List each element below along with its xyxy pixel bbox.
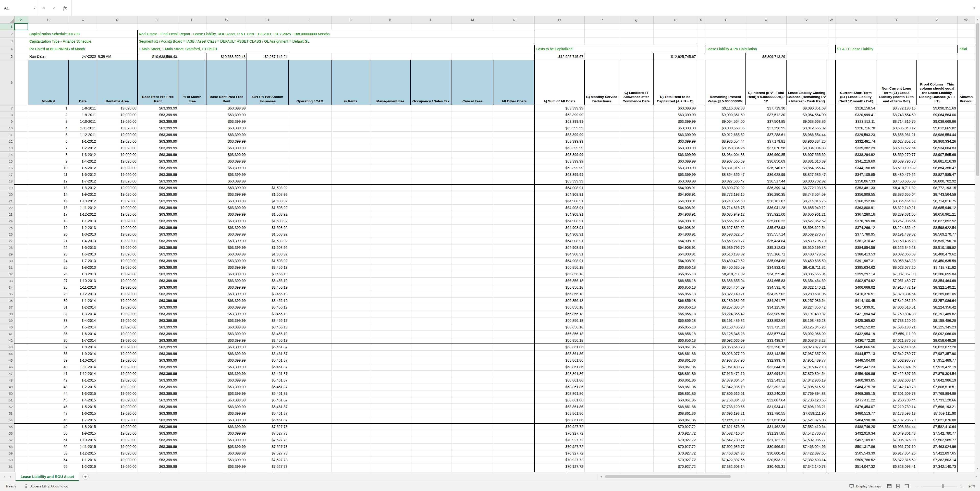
cell-A58[interactable] bbox=[14, 443, 28, 450]
cell-I27[interactable] bbox=[289, 238, 331, 244]
cell-O15[interactable]: $63,399.99 bbox=[535, 158, 584, 165]
cell-K7[interactable] bbox=[370, 105, 410, 111]
cell-X42[interactable]: $436,772.20 bbox=[835, 337, 876, 344]
cell-L18[interactable] bbox=[410, 178, 451, 184]
cell-Z1[interactable] bbox=[917, 23, 957, 30]
cell-N46[interactable] bbox=[494, 364, 535, 370]
column-title-E[interactable]: Base Rent Pre Free Rent bbox=[138, 60, 178, 105]
cell-D40[interactable]: 19,020.00 bbox=[97, 324, 138, 331]
cell-Z47[interactable]: $7,879,304.54 bbox=[917, 370, 957, 377]
cell-R37[interactable]: $66,856.18 bbox=[653, 304, 697, 311]
cell-F51[interactable] bbox=[178, 397, 206, 404]
cell-P37[interactable] bbox=[584, 304, 619, 311]
cell-O17[interactable]: $63,399.99 bbox=[535, 171, 584, 178]
cell-J21[interactable] bbox=[331, 198, 370, 204]
cell-B37[interactable]: 31 bbox=[28, 304, 68, 311]
cell-Z50[interactable]: $7,769,894.88 bbox=[917, 390, 957, 397]
cell-J58[interactable] bbox=[331, 443, 370, 450]
cell-D16[interactable]: 19,020.00 bbox=[97, 165, 138, 171]
row-header-49[interactable]: 49 bbox=[0, 384, 14, 390]
cell-F59[interactable] bbox=[178, 450, 206, 456]
cell-J48[interactable] bbox=[331, 377, 370, 384]
cell-N49[interactable] bbox=[494, 384, 535, 390]
cell-L48[interactable] bbox=[410, 377, 451, 384]
cell-J22[interactable] bbox=[331, 204, 370, 211]
cell-L9[interactable] bbox=[410, 118, 451, 125]
cell-T34[interactable]: $8,354,464.69 bbox=[705, 284, 746, 291]
cell-Q52[interactable] bbox=[619, 404, 653, 410]
cell-Y16[interactable]: $8,510,199.82 bbox=[876, 165, 917, 171]
cell-L36[interactable] bbox=[410, 297, 451, 304]
cell-R58[interactable]: $70,927.72 bbox=[653, 443, 697, 450]
cell-R22[interactable]: $64,908.91 bbox=[653, 204, 697, 211]
cell-B2[interactable]: Capitalization Schedule 001798 bbox=[28, 30, 138, 38]
row-header-27[interactable]: 27 bbox=[0, 238, 14, 244]
cell-J42[interactable] bbox=[331, 337, 370, 344]
cell-G30[interactable]: $63,399.99 bbox=[206, 257, 247, 264]
cell-K12[interactable] bbox=[370, 138, 410, 145]
cell-Y38[interactable]: $7,769,894.88 bbox=[876, 311, 917, 317]
cell-C48[interactable]: 1-1-2015 bbox=[68, 377, 97, 384]
cell-R54[interactable]: $68,861.86 bbox=[653, 417, 697, 423]
cell-N59[interactable] bbox=[494, 450, 535, 456]
cell-H44[interactable]: $5,461.87 bbox=[247, 350, 289, 357]
cell-A41[interactable] bbox=[14, 331, 28, 337]
cell-F27[interactable] bbox=[178, 238, 206, 244]
cell-Q59[interactable] bbox=[619, 450, 653, 456]
cell-N62[interactable] bbox=[494, 470, 535, 472]
cell-R30[interactable]: $64,908.91 bbox=[653, 257, 697, 264]
cell-S54[interactable] bbox=[697, 417, 705, 423]
row-header-32[interactable]: 32 bbox=[0, 271, 14, 277]
cell-Y44[interactable]: $7,542,780.77 bbox=[876, 350, 917, 357]
cell-D34[interactable]: 19,020.00 bbox=[97, 284, 138, 291]
cell-N22[interactable] bbox=[494, 204, 535, 211]
cell-J27[interactable] bbox=[331, 238, 370, 244]
cell-I44[interactable] bbox=[289, 350, 331, 357]
cell-V1[interactable] bbox=[786, 23, 827, 30]
cell-X24[interactable]: $370,765.88 bbox=[835, 218, 876, 224]
cell-L20[interactable] bbox=[410, 191, 451, 198]
cell-A7[interactable] bbox=[14, 105, 28, 111]
cell-M13[interactable] bbox=[451, 145, 494, 151]
cell-U18[interactable]: $36,517.44 bbox=[746, 178, 786, 184]
cell-I30[interactable] bbox=[289, 257, 331, 264]
cell-F10[interactable] bbox=[178, 125, 206, 132]
cell-X28[interactable]: $384,854.59 bbox=[835, 244, 876, 251]
row-header-61[interactable]: 61 bbox=[0, 463, 14, 470]
cell-O9[interactable]: $63,399.99 bbox=[535, 118, 584, 125]
cell-B29[interactable]: 23 bbox=[28, 251, 68, 257]
cell-A14[interactable] bbox=[14, 151, 28, 158]
cell-A4[interactable] bbox=[14, 45, 28, 53]
cell-M40[interactable] bbox=[451, 324, 494, 331]
cell-M60[interactable] bbox=[451, 456, 494, 463]
row-header-36[interactable]: 36 bbox=[0, 297, 14, 304]
cell-W8[interactable] bbox=[827, 111, 835, 118]
row-header-46[interactable]: 46 bbox=[0, 364, 14, 370]
cell-U14[interactable]: $36,960.85 bbox=[746, 151, 786, 158]
cell-D15[interactable]: 19,020.00 bbox=[97, 158, 138, 165]
cell-V60[interactable]: $7,382,603.14 bbox=[786, 456, 827, 463]
cell-T33[interactable]: $8,386,655.04 bbox=[705, 277, 746, 284]
cell-T9[interactable]: $9,064,564.00 bbox=[705, 118, 746, 125]
name-box[interactable]: A1 ▾ bbox=[0, 0, 38, 16]
cell-T60[interactable]: $7,422,897.65 bbox=[705, 456, 746, 463]
cell-I36[interactable] bbox=[289, 297, 331, 304]
cell-V48[interactable]: $7,842,986.19 bbox=[786, 377, 827, 384]
cell-M37[interactable] bbox=[451, 304, 494, 311]
column-title-W[interactable] bbox=[827, 60, 835, 105]
cell-K19[interactable] bbox=[370, 184, 410, 191]
cell-Q42[interactable] bbox=[619, 337, 653, 344]
cell-X16[interactable]: $344,156.65 bbox=[835, 165, 876, 171]
cell-X26[interactable]: $377,780.95 bbox=[835, 231, 876, 238]
cell-Y25[interactable]: $8,224,356.42 bbox=[876, 224, 917, 231]
cell-R3[interactable] bbox=[653, 38, 697, 45]
cell-R23[interactable]: $64,908.91 bbox=[653, 211, 697, 218]
cell-AA34[interactable] bbox=[957, 284, 975, 291]
cell-B49[interactable]: 43 bbox=[28, 384, 68, 390]
cell-C59[interactable]: 1-12-2015 bbox=[68, 450, 97, 456]
row-header-47[interactable]: 47 bbox=[0, 370, 14, 377]
cell-A51[interactable] bbox=[14, 397, 28, 404]
cell-M29[interactable] bbox=[451, 251, 494, 257]
cell-E37[interactable]: $63,399.99 bbox=[138, 304, 178, 311]
cell-E1[interactable] bbox=[138, 23, 178, 30]
